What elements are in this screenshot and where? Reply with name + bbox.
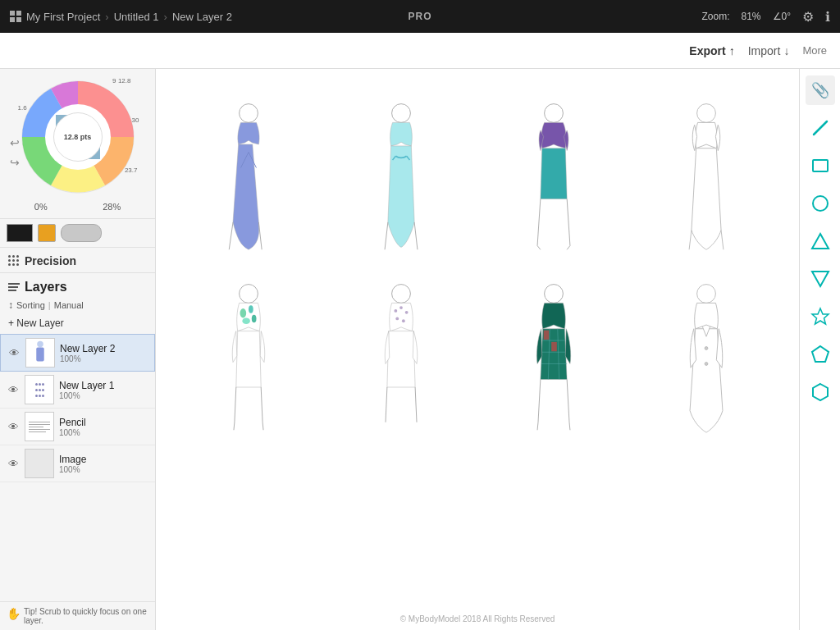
color-wheel[interactable]: 12.8 pts 9 12.8 30 23.7 1.6 <box>16 75 139 199</box>
right-tools-panel: 📎 <box>799 69 840 630</box>
layer-opacity-2: 100% <box>59 428 148 437</box>
swatch-yellow[interactable] <box>38 224 56 242</box>
canvas-grid <box>156 69 799 608</box>
hexagon-tool-button[interactable] <box>806 377 835 407</box>
layer-opacity-0: 100% <box>60 354 148 363</box>
layer-eye-0[interactable]: 👁 <box>7 346 21 359</box>
export-button[interactable]: Export ↑ <box>689 44 734 57</box>
svg-point-21 <box>395 317 399 321</box>
svg-point-6 <box>37 341 43 348</box>
svg-marker-40 <box>812 346 829 362</box>
svg-rect-7 <box>36 347 43 361</box>
svg-marker-41 <box>813 384 828 400</box>
sorting-type: Manual <box>54 300 84 310</box>
angle-label-2: 12.8 <box>118 77 131 84</box>
canvas-footer: © MyBodyModel 2018 All Rights Reserved <box>156 608 799 630</box>
circle-tool-icon <box>810 194 830 213</box>
import-button[interactable]: Import ↓ <box>748 44 790 57</box>
layer-item-2[interactable]: 👁Pencil100% <box>0 409 155 445</box>
angle-label-1: 9 <box>112 77 116 84</box>
layer-eye-2[interactable]: 👁 <box>7 420 20 433</box>
breadcrumb-sep-2: › <box>164 11 167 23</box>
topbar: My First Project › Untitled 1 › New Laye… <box>0 0 840 33</box>
layer-item-3[interactable]: 👁Image100% <box>0 445 155 482</box>
zoom-value[interactable]: 81% <box>741 11 760 22</box>
sorting-row[interactable]: ↕ Sorting | Manual <box>0 298 155 314</box>
angle-label-4: 23.7 <box>125 167 138 174</box>
new-layer-button[interactable]: + New Layer <box>0 314 155 334</box>
star-tool-button[interactable] <box>806 302 835 331</box>
swatch-toggle[interactable] <box>61 224 102 242</box>
fashion-figure-3 <box>486 94 622 258</box>
left-panel: ↩ ↪ <box>0 69 156 630</box>
canvas-area[interactable]: © MyBodyModel 2018 All Rights Reserved <box>156 69 799 630</box>
file-name[interactable]: Untitled 1 <box>114 11 159 23</box>
svg-point-11 <box>697 104 716 123</box>
opacity-percent-left: 0% <box>34 202 48 212</box>
layers-section: Layers ↕ Sorting | Manual + New Layer 👁N… <box>0 273 155 601</box>
svg-point-23 <box>545 285 564 304</box>
precision-toggle[interactable]: Precision <box>8 254 147 267</box>
layer-opacity-1: 100% <box>59 391 148 400</box>
swatch-black[interactable] <box>7 224 33 242</box>
layers-header: Layers <box>0 273 155 298</box>
percentage-row: 0% 28% <box>7 202 148 212</box>
fashion-figure-7 <box>486 274 622 438</box>
svg-point-16 <box>252 315 257 323</box>
layer-eye-3[interactable]: 👁 <box>7 457 20 470</box>
layer-name-1: New Layer 1 <box>59 380 148 391</box>
svg-point-22 <box>402 319 405 322</box>
pts-display[interactable]: 12.8 pts <box>53 112 103 162</box>
triangle-tool-icon <box>810 231 830 251</box>
import-label: Import <box>748 44 781 57</box>
breadcrumb-sep-1: › <box>105 11 108 23</box>
sort-icon: ↕ <box>8 299 13 311</box>
layer-item-0[interactable]: 👁New Layer 2100% <box>0 334 155 372</box>
triangle-down-tool-icon <box>810 269 830 289</box>
svg-line-34 <box>814 121 827 135</box>
triangle-down-tool-button[interactable] <box>806 264 835 294</box>
precision-icon <box>8 255 20 267</box>
svg-rect-30 <box>551 342 557 351</box>
star-tool-icon <box>810 307 830 326</box>
hexagon-tool-icon <box>810 382 830 402</box>
opacity-percent-right: 28% <box>103 202 121 212</box>
line-tool-icon <box>810 118 830 138</box>
layer-thumb-1 <box>25 375 54 404</box>
rectangle-tool-button[interactable] <box>806 151 835 180</box>
sorting-label: Sorting <box>16 300 45 310</box>
settings-icon[interactable]: ⚙ <box>802 9 814 25</box>
project-name[interactable]: My First Project <box>26 11 100 23</box>
layers-list: 👁New Layer 2100%👁New Layer 1100%👁Pencil1… <box>0 334 155 482</box>
fashion-figure-5 <box>180 274 317 438</box>
svg-point-17 <box>392 285 411 304</box>
svg-point-18 <box>394 309 397 313</box>
line-tool-button[interactable] <box>806 113 835 143</box>
export-label: Export <box>689 44 725 57</box>
svg-marker-38 <box>812 272 829 286</box>
fashion-figure-2 <box>333 94 469 258</box>
fashion-figure-8 <box>638 274 774 438</box>
svg-point-9 <box>392 104 411 123</box>
fashion-figure-6 <box>333 274 469 438</box>
angle-label-3: 30 <box>132 116 139 124</box>
pentagon-tool-button[interactable] <box>806 340 835 369</box>
attach-icon: 📎 <box>811 81 829 99</box>
triangle-tool-button[interactable] <box>806 226 835 256</box>
circle-tool-button[interactable] <box>806 189 835 218</box>
zoom-label: Zoom: <box>701 11 729 22</box>
help-icon[interactable]: ℹ <box>825 9 830 25</box>
fashion-figure-4 <box>638 94 774 258</box>
current-layer-name[interactable]: New Layer 2 <box>172 11 232 23</box>
layer-name-0: New Layer 2 <box>60 343 148 354</box>
svg-marker-37 <box>812 234 829 249</box>
more-button[interactable]: More <box>802 44 827 57</box>
attach-tool-button[interactable]: 📎 <box>806 75 835 105</box>
svg-marker-39 <box>812 308 829 324</box>
svg-point-32 <box>705 347 708 350</box>
svg-point-19 <box>399 306 403 309</box>
export-icon: ↑ <box>729 44 735 57</box>
layer-item-1[interactable]: 👁New Layer 1100% <box>0 372 155 409</box>
import-icon: ↓ <box>783 44 789 57</box>
layer-eye-1[interactable]: 👁 <box>7 383 20 396</box>
